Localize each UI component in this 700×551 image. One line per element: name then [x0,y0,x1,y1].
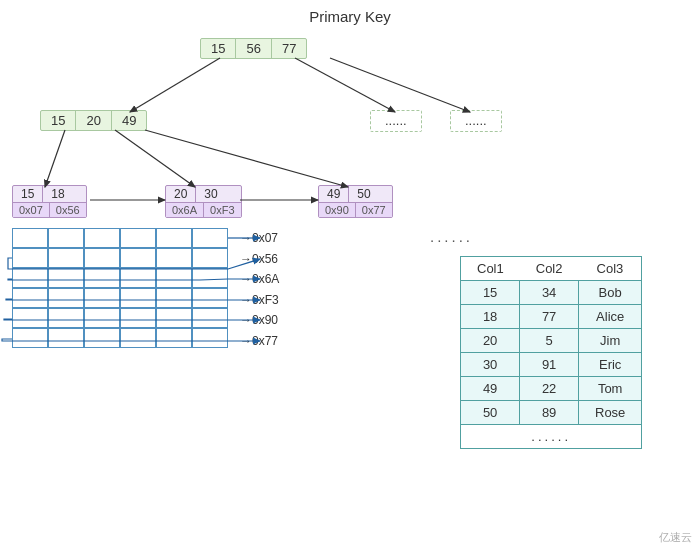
root-cell-1: 56 [236,39,271,58]
level2-dashed-0: ...... [370,110,422,132]
table-row: 5089Rose [461,401,642,425]
table-cell-3-1: 91 [520,353,579,377]
level2-node-0: 15 20 49 [40,110,147,131]
leaf-top-20: 49 [319,186,349,202]
ptr-label-4: →0x90 [240,313,278,327]
table-cell-0-2: Bob [579,281,642,305]
table-row: 205Jim [461,329,642,353]
table-row: 1877Alice [461,305,642,329]
col-header-1: Col2 [520,257,579,281]
table-row: 1534Bob [461,281,642,305]
table-cell-2-0: 20 [461,329,520,353]
dots-middle: ...... [430,228,473,245]
watermark: 亿速云 [659,530,692,545]
svg-line-4 [115,130,195,187]
leaf-bot-00: 0x07 [13,203,50,217]
leaf-top-00: 15 [13,186,43,202]
ptr-label-2: →0x6A [240,272,279,286]
l2-cell-02: 49 [112,111,146,130]
table-footer-row: ...... [461,425,642,449]
table-cell-3-0: 30 [461,353,520,377]
leaf-bot-01: 0x56 [50,203,86,217]
leaf-node-1: 20 30 0x6A 0xF3 [165,185,242,218]
svg-line-2 [330,58,470,112]
table-footer: ...... [461,425,642,449]
table-cell-5-0: 50 [461,401,520,425]
leaf-bot-11: 0xF3 [204,203,240,217]
table-cell-5-2: Rose [579,401,642,425]
table-cell-4-2: Tom [579,377,642,401]
svg-line-5 [145,130,348,187]
page-title: Primary Key [0,8,700,25]
table-cell-1-0: 18 [461,305,520,329]
l2-cell-00: 15 [41,111,76,130]
svg-line-1 [295,58,395,112]
ptr-label-5: →0x77 [240,334,278,348]
table-cell-0-1: 34 [520,281,579,305]
table-cell-3-2: Eric [579,353,642,377]
leaf-node-0: 15 18 0x07 0x56 [12,185,87,218]
level2-dashed-1: ...... [450,110,502,132]
root-cell-2: 77 [272,39,306,58]
dashed-label-0: ...... [385,113,407,129]
ptr-label-1: →0x56 [240,252,278,266]
col-header-2: Col3 [579,257,642,281]
table-cell-4-0: 49 [461,377,520,401]
col-header-0: Col1 [461,257,520,281]
leaf-bot-20: 0x90 [319,203,356,217]
data-table: Col1 Col2 Col3 1534Bob1877Alice205Jim309… [460,256,642,449]
leaf-top-10: 20 [166,186,196,202]
table-cell-0-0: 15 [461,281,520,305]
l2-cell-01: 20 [76,111,111,130]
pointer-grid [12,228,228,348]
table-cell-1-2: Alice [579,305,642,329]
ptr-label-0: →0x07 [240,231,278,245]
table-row: 4922Tom [461,377,642,401]
leaf-bot-10: 0x6A [166,203,204,217]
table-cell-4-1: 22 [520,377,579,401]
data-table-container: Col1 Col2 Col3 1534Bob1877Alice205Jim309… [460,256,642,449]
svg-line-3 [45,130,65,187]
leaf-top-21: 50 [349,186,378,202]
svg-line-0 [130,58,220,112]
table-cell-1-1: 77 [520,305,579,329]
table-cell-5-1: 89 [520,401,579,425]
leaf-node-2: 49 50 0x90 0x77 [318,185,393,218]
table-row: 3091Eric [461,353,642,377]
leaf-top-01: 18 [43,186,72,202]
ptr-label-3: →0xF3 [240,293,279,307]
leaf-top-11: 30 [196,186,225,202]
table-cell-2-2: Jim [579,329,642,353]
root-cell-0: 15 [201,39,236,58]
table-cell-2-1: 5 [520,329,579,353]
root-node: 15 56 77 [200,38,307,59]
leaf-bot-21: 0x77 [356,203,392,217]
dashed-label-1: ...... [465,113,487,129]
